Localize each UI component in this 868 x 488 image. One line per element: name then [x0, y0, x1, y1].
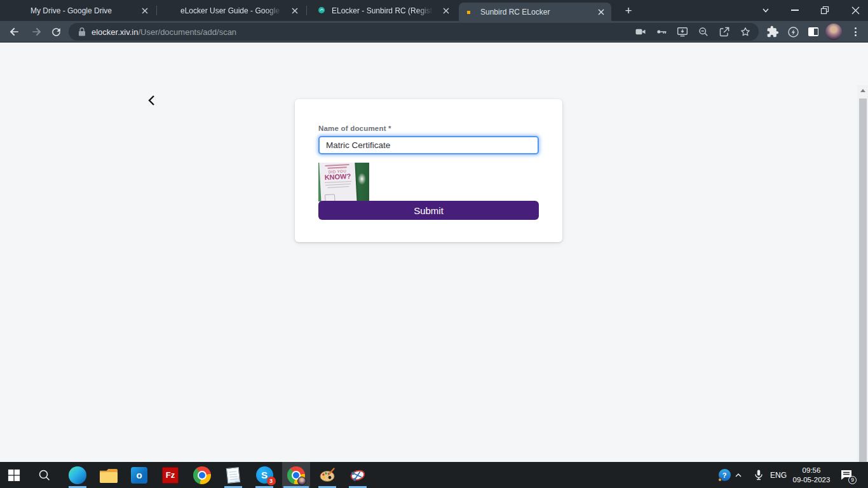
browser-tab-bar: My Drive - Google Drive eLocker User Gui… [0, 0, 868, 21]
tab-close-icon[interactable] [139, 5, 150, 16]
forward-icon[interactable] [29, 24, 45, 40]
chrome-active-taskbar-icon[interactable] [282, 462, 310, 488]
extensions-puzzle-icon[interactable] [764, 24, 781, 40]
microphone-tray-icon[interactable] [750, 462, 768, 488]
browser-toolbar: elocker.xiv.in/User/documents/add/scan [0, 21, 868, 43]
file-explorer-icon[interactable] [95, 462, 123, 488]
skype-notification-badge: 3 [267, 477, 276, 485]
thumbnail-light-reflection [358, 173, 366, 185]
address-bar[interactable]: elocker.xiv.in/User/documents/add/scan [69, 23, 759, 41]
skype-icon[interactable]: S3 [250, 462, 278, 488]
windows-taskbar: o Fz S3 ? [0, 462, 868, 488]
outlook-icon[interactable]: o [125, 462, 153, 488]
side-panel-icon[interactable] [805, 24, 822, 40]
tab-my-drive[interactable]: My Drive - Google Drive [9, 0, 155, 21]
tab-close-icon[interactable] [595, 6, 606, 17]
notepad-icon[interactable] [219, 462, 247, 488]
window-minimize-button[interactable] [785, 0, 804, 20]
tab-separator [156, 6, 157, 15]
thumbnail-paper: DID YOU KNOW? [319, 163, 357, 201]
tray-date: 09-05-2023 [790, 475, 833, 485]
url-text: elocker.xiv.in/User/documents/add/scan [92, 27, 236, 37]
page-scrollbar[interactable] [857, 85, 868, 488]
snipping-tool-icon[interactable] [344, 462, 372, 488]
back-icon[interactable] [6, 24, 22, 40]
action-center-icon[interactable]: 9 [835, 462, 858, 488]
page-back-chevron-icon[interactable] [144, 94, 158, 108]
scrollbar-up-arrow[interactable] [857, 85, 868, 96]
taskbar-search-icon[interactable] [31, 462, 58, 488]
url-path: /User/documents/add/scan [138, 27, 236, 37]
window-close-button[interactable] [843, 0, 868, 20]
tab-elocker-user-guide[interactable]: eLocker User Guide - Google Doc [159, 0, 305, 21]
profile-avatar[interactable] [825, 24, 842, 40]
page-content: Name of document * DID YOU KNOW? Submit [0, 43, 868, 462]
media-camera-icon[interactable] [634, 25, 648, 39]
install-app-icon[interactable] [675, 25, 689, 39]
start-menu-icon[interactable] [0, 462, 28, 488]
thumbnail-text-line2: KNOW? [320, 173, 355, 181]
extension-lightning-icon[interactable] [785, 24, 801, 40]
tab-close-icon[interactable] [289, 5, 300, 16]
window-restore-button[interactable] [814, 0, 834, 20]
bookmark-star-icon[interactable] [738, 25, 752, 39]
new-tab-button[interactable]: + [620, 3, 637, 19]
tray-chevron-up-icon[interactable] [731, 462, 746, 488]
taskbar-clock[interactable]: 09:56 09-05-2023 [790, 466, 833, 484]
padlock-icon[interactable] [78, 27, 86, 37]
tab-search-chevron-icon[interactable] [756, 0, 775, 20]
zoom-out-icon[interactable] [696, 25, 710, 39]
chrome-profile-mini-avatar [297, 477, 306, 485]
browser-menu-icon[interactable] [847, 24, 864, 40]
scanned-document-thumbnail: DID YOU KNOW? [318, 163, 369, 201]
submit-button[interactable]: Submit [318, 201, 539, 220]
google-docs-icon [165, 6, 175, 16]
passwords-key-icon[interactable] [654, 25, 668, 39]
tab-elocker-sunbird-rc[interactable]: ELocker - Sunbird RC (Registry & [310, 0, 456, 21]
paint-palette-icon[interactable] [313, 462, 341, 488]
elocker-doc-icon [465, 7, 475, 17]
document-form-card: Name of document * DID YOU KNOW? Submit [295, 99, 562, 242]
sunbird-rc-icon [316, 6, 327, 16]
scrollbar-thumb[interactable] [859, 98, 867, 485]
share-icon[interactable] [717, 25, 731, 39]
tab-separator [306, 6, 307, 15]
tab-sunbird-rc-elocker-active[interactable]: Sunbird RC ELocker [459, 3, 611, 21]
desktop-screen: My Drive - Google Drive eLocker User Gui… [0, 0, 868, 488]
tab-close-icon[interactable] [440, 5, 451, 16]
url-domain: elocker.xiv.in [92, 27, 138, 37]
edge-taskbar-icon[interactable] [64, 462, 92, 488]
tray-time: 09:56 [790, 466, 833, 475]
chrome-taskbar-icon[interactable] [188, 462, 216, 488]
notification-count-badge: 9 [848, 476, 857, 484]
tab-title: Sunbird RC ELocker [480, 8, 590, 17]
reload-icon[interactable] [48, 24, 64, 40]
tab-title: My Drive - Google Drive [31, 6, 134, 15]
google-drive-icon [15, 6, 25, 16]
language-indicator[interactable]: ENG [768, 462, 789, 488]
document-name-input[interactable] [318, 136, 539, 154]
filezilla-icon[interactable]: Fz [156, 462, 184, 488]
tab-title: ELocker - Sunbird RC (Registry & [332, 6, 435, 15]
tab-title: eLocker User Guide - Google Doc [180, 6, 284, 15]
document-name-label: Name of document * [318, 125, 391, 132]
